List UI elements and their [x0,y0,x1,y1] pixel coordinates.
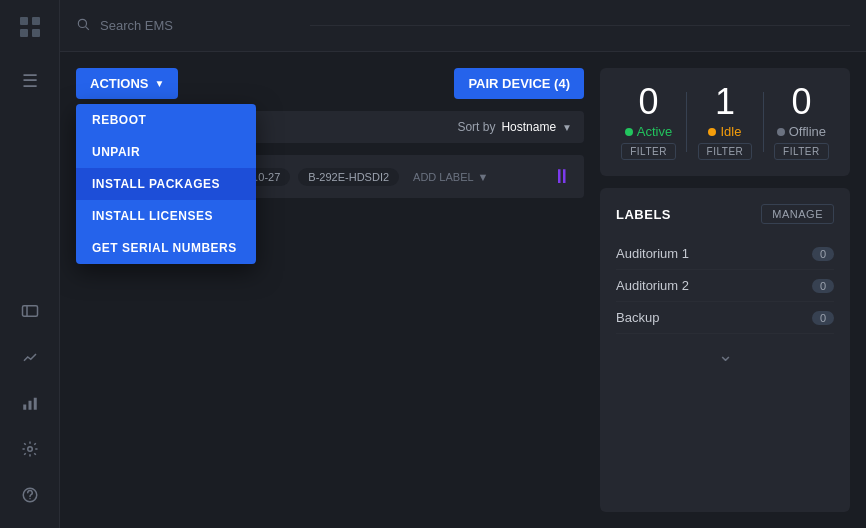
add-label-button[interactable]: ADD LABEL ▼ [407,168,494,186]
add-label-chevron-icon: ▼ [478,171,489,183]
content-area: ACTIONS ▼ PAIR DEVICE (4) REBOOT UNPAIR … [60,52,866,528]
actions-button[interactable]: ACTIONS ▼ [76,68,178,99]
label-count: 0 [812,311,834,325]
topbar [60,0,866,52]
dropdown-item-reboot[interactable]: REBOOT [76,104,256,136]
idle-dot-icon [708,128,716,136]
label-item-auditorium2: Auditorium 2 0 [616,270,834,302]
dropdown-item-install-licenses[interactable]: INSTALL LICENSES [76,200,256,232]
labels-header: LABELS MANAGE [616,204,834,224]
svg-point-11 [29,498,30,499]
offline-dot-icon [777,128,785,136]
pair-device-button[interactable]: PAIR DEVICE (4) [454,68,584,99]
status-offline: 0 Offline FILTER [774,84,829,160]
devices-icon[interactable] [13,294,47,332]
pause-icon: ⏸ [552,165,572,188]
svg-rect-7 [28,401,31,410]
dropdown-item-get-serial-numbers[interactable]: GET SERIAL NUMBERS [76,232,256,264]
add-label-text: ADD LABEL [413,171,474,183]
svg-rect-2 [20,29,28,37]
dropdown-item-install-packages[interactable]: INSTALL PACKAGES [76,168,256,200]
hamburger-menu-icon[interactable]: ☰ [14,62,46,100]
svg-rect-3 [32,29,40,37]
status-divider-1 [686,92,687,152]
svg-rect-1 [32,17,40,25]
active-filter-button[interactable]: FILTER [621,143,676,160]
label-name: Backup [616,310,659,325]
left-panel: ACTIONS ▼ PAIR DEVICE (4) REBOOT UNPAIR … [76,68,584,512]
sort-value: Hostname [501,120,556,134]
svg-rect-0 [20,17,28,25]
chevron-down-icon: ▼ [155,78,165,89]
active-dot-icon [625,128,633,136]
status-card: 0 Active FILTER 1 Idle FILTER [600,68,850,176]
chart-icon[interactable] [13,386,47,424]
labels-title: LABELS [616,207,671,222]
active-count: 0 [639,84,659,120]
status-divider-2 [763,92,764,152]
actions-label: ACTIONS [90,76,149,91]
idle-label: Idle [708,124,741,139]
sidebar: ☰ [0,0,60,528]
actions-dropdown: REBOOT UNPAIR INSTALL PACKAGES INSTALL L… [76,104,256,264]
offline-filter-button[interactable]: FILTER [774,143,829,160]
label-name: Auditorium 1 [616,246,689,261]
offline-label: Offline [777,124,826,139]
search-icon [76,17,90,34]
labels-expand-icon[interactable]: ⌄ [718,344,733,366]
status-idle: 1 Idle FILTER [698,84,753,160]
active-label: Active [625,124,672,139]
svg-rect-4 [22,306,37,317]
device-serial-tag: B-292E-HDSDI2 [298,168,399,186]
svg-point-9 [27,447,32,452]
sort-by-label: Sort by [457,120,495,134]
label-item-auditorium1: Auditorium 1 0 [616,238,834,270]
search-input[interactable] [100,18,300,33]
idle-filter-button[interactable]: FILTER [698,143,753,160]
label-name: Auditorium 2 [616,278,689,293]
sort-by-control[interactable]: Sort by Hostname ▼ [457,120,572,134]
labels-footer: ⌄ [616,344,834,366]
toolbar: ACTIONS ▼ PAIR DEVICE (4) REBOOT UNPAIR … [76,68,584,99]
label-item-backup: Backup 0 [616,302,834,334]
main-content: ACTIONS ▼ PAIR DEVICE (4) REBOOT UNPAIR … [60,0,866,528]
svg-rect-8 [33,398,36,410]
settings-icon[interactable] [13,432,47,470]
analytics-icon[interactable] [13,340,47,378]
offline-count: 0 [791,84,811,120]
label-count: 0 [812,247,834,261]
support-icon[interactable] [13,478,47,516]
logo [15,12,45,42]
status-active: 0 Active FILTER [621,84,676,160]
labels-card: LABELS MANAGE Auditorium 1 0 Auditorium … [600,188,850,512]
svg-point-12 [78,19,86,27]
dropdown-item-unpair[interactable]: UNPAIR [76,136,256,168]
idle-count: 1 [715,84,735,120]
right-panel: 0 Active FILTER 1 Idle FILTER [600,68,850,512]
manage-labels-button[interactable]: MANAGE [761,204,834,224]
svg-line-13 [86,27,89,30]
sort-chevron-icon: ▼ [562,122,572,133]
label-count: 0 [812,279,834,293]
svg-rect-6 [23,405,26,410]
